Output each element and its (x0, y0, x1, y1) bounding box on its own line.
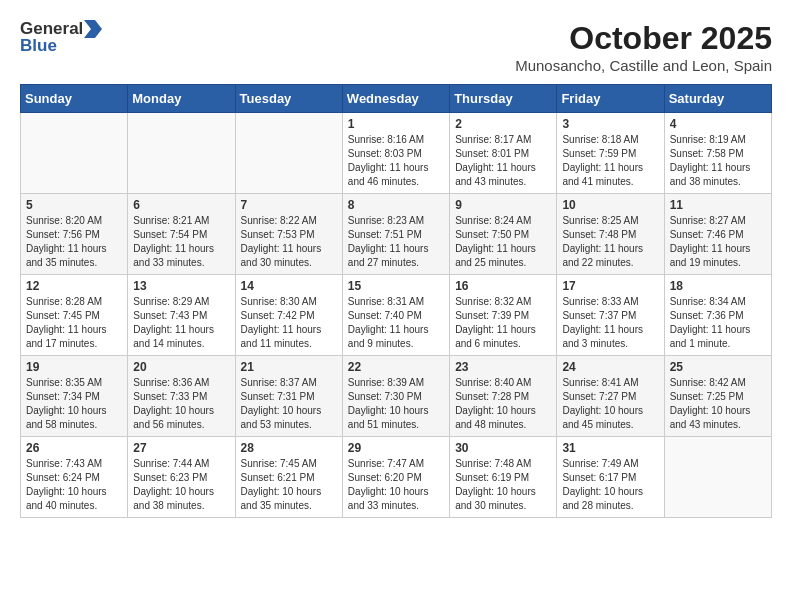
title-block: October 2025 Munosancho, Castille and Le… (515, 20, 772, 74)
table-row: 28Sunrise: 7:45 AM Sunset: 6:21 PM Dayli… (235, 437, 342, 518)
calendar-week-row: 5Sunrise: 8:20 AM Sunset: 7:56 PM Daylig… (21, 194, 772, 275)
day-number: 25 (670, 360, 766, 374)
day-number: 24 (562, 360, 658, 374)
day-info: Sunrise: 7:48 AM Sunset: 6:19 PM Dayligh… (455, 457, 551, 513)
day-number: 16 (455, 279, 551, 293)
day-info: Sunrise: 8:30 AM Sunset: 7:42 PM Dayligh… (241, 295, 337, 351)
table-row: 4Sunrise: 8:19 AM Sunset: 7:58 PM Daylig… (664, 113, 771, 194)
day-info: Sunrise: 8:41 AM Sunset: 7:27 PM Dayligh… (562, 376, 658, 432)
table-row: 2Sunrise: 8:17 AM Sunset: 8:01 PM Daylig… (450, 113, 557, 194)
day-number: 22 (348, 360, 444, 374)
day-info: Sunrise: 8:16 AM Sunset: 8:03 PM Dayligh… (348, 133, 444, 189)
day-number: 26 (26, 441, 122, 455)
day-number: 6 (133, 198, 229, 212)
day-number: 17 (562, 279, 658, 293)
day-info: Sunrise: 8:39 AM Sunset: 7:30 PM Dayligh… (348, 376, 444, 432)
logo-arrow-icon (84, 20, 102, 38)
day-info: Sunrise: 8:19 AM Sunset: 7:58 PM Dayligh… (670, 133, 766, 189)
day-info: Sunrise: 8:24 AM Sunset: 7:50 PM Dayligh… (455, 214, 551, 270)
day-info: Sunrise: 8:23 AM Sunset: 7:51 PM Dayligh… (348, 214, 444, 270)
day-number: 18 (670, 279, 766, 293)
table-row: 10Sunrise: 8:25 AM Sunset: 7:48 PM Dayli… (557, 194, 664, 275)
day-info: Sunrise: 8:34 AM Sunset: 7:36 PM Dayligh… (670, 295, 766, 351)
calendar-week-row: 1Sunrise: 8:16 AM Sunset: 8:03 PM Daylig… (21, 113, 772, 194)
table-row: 25Sunrise: 8:42 AM Sunset: 7:25 PM Dayli… (664, 356, 771, 437)
day-number: 19 (26, 360, 122, 374)
day-info: Sunrise: 7:47 AM Sunset: 6:20 PM Dayligh… (348, 457, 444, 513)
table-row: 16Sunrise: 8:32 AM Sunset: 7:39 PM Dayli… (450, 275, 557, 356)
table-row: 3Sunrise: 8:18 AM Sunset: 7:59 PM Daylig… (557, 113, 664, 194)
svg-marker-0 (84, 20, 102, 38)
day-number: 3 (562, 117, 658, 131)
table-row: 5Sunrise: 8:20 AM Sunset: 7:56 PM Daylig… (21, 194, 128, 275)
logo: General Blue (20, 20, 103, 55)
day-number: 12 (26, 279, 122, 293)
table-row: 1Sunrise: 8:16 AM Sunset: 8:03 PM Daylig… (342, 113, 449, 194)
col-friday: Friday (557, 85, 664, 113)
table-row: 7Sunrise: 8:22 AM Sunset: 7:53 PM Daylig… (235, 194, 342, 275)
day-info: Sunrise: 7:45 AM Sunset: 6:21 PM Dayligh… (241, 457, 337, 513)
day-info: Sunrise: 8:31 AM Sunset: 7:40 PM Dayligh… (348, 295, 444, 351)
day-info: Sunrise: 8:22 AM Sunset: 7:53 PM Dayligh… (241, 214, 337, 270)
day-info: Sunrise: 8:29 AM Sunset: 7:43 PM Dayligh… (133, 295, 229, 351)
day-number: 21 (241, 360, 337, 374)
day-number: 1 (348, 117, 444, 131)
calendar-week-row: 19Sunrise: 8:35 AM Sunset: 7:34 PM Dayli… (21, 356, 772, 437)
day-number: 23 (455, 360, 551, 374)
day-number: 8 (348, 198, 444, 212)
day-number: 29 (348, 441, 444, 455)
col-wednesday: Wednesday (342, 85, 449, 113)
day-number: 30 (455, 441, 551, 455)
table-row: 14Sunrise: 8:30 AM Sunset: 7:42 PM Dayli… (235, 275, 342, 356)
table-row (21, 113, 128, 194)
table-row: 30Sunrise: 7:48 AM Sunset: 6:19 PM Dayli… (450, 437, 557, 518)
table-row: 22Sunrise: 8:39 AM Sunset: 7:30 PM Dayli… (342, 356, 449, 437)
table-row: 31Sunrise: 7:49 AM Sunset: 6:17 PM Dayli… (557, 437, 664, 518)
day-info: Sunrise: 8:33 AM Sunset: 7:37 PM Dayligh… (562, 295, 658, 351)
col-thursday: Thursday (450, 85, 557, 113)
col-saturday: Saturday (664, 85, 771, 113)
day-info: Sunrise: 8:37 AM Sunset: 7:31 PM Dayligh… (241, 376, 337, 432)
table-row (128, 113, 235, 194)
day-info: Sunrise: 7:49 AM Sunset: 6:17 PM Dayligh… (562, 457, 658, 513)
table-row: 23Sunrise: 8:40 AM Sunset: 7:28 PM Dayli… (450, 356, 557, 437)
table-row: 21Sunrise: 8:37 AM Sunset: 7:31 PM Dayli… (235, 356, 342, 437)
day-info: Sunrise: 8:40 AM Sunset: 7:28 PM Dayligh… (455, 376, 551, 432)
day-number: 13 (133, 279, 229, 293)
day-info: Sunrise: 8:32 AM Sunset: 7:39 PM Dayligh… (455, 295, 551, 351)
table-row: 17Sunrise: 8:33 AM Sunset: 7:37 PM Dayli… (557, 275, 664, 356)
table-row: 12Sunrise: 8:28 AM Sunset: 7:45 PM Dayli… (21, 275, 128, 356)
col-tuesday: Tuesday (235, 85, 342, 113)
day-info: Sunrise: 8:20 AM Sunset: 7:56 PM Dayligh… (26, 214, 122, 270)
day-info: Sunrise: 7:43 AM Sunset: 6:24 PM Dayligh… (26, 457, 122, 513)
day-info: Sunrise: 8:28 AM Sunset: 7:45 PM Dayligh… (26, 295, 122, 351)
day-info: Sunrise: 8:35 AM Sunset: 7:34 PM Dayligh… (26, 376, 122, 432)
day-info: Sunrise: 8:18 AM Sunset: 7:59 PM Dayligh… (562, 133, 658, 189)
day-number: 11 (670, 198, 766, 212)
table-row: 24Sunrise: 8:41 AM Sunset: 7:27 PM Dayli… (557, 356, 664, 437)
day-number: 2 (455, 117, 551, 131)
day-number: 4 (670, 117, 766, 131)
day-number: 27 (133, 441, 229, 455)
day-info: Sunrise: 7:44 AM Sunset: 6:23 PM Dayligh… (133, 457, 229, 513)
calendar-week-row: 26Sunrise: 7:43 AM Sunset: 6:24 PM Dayli… (21, 437, 772, 518)
table-row: 15Sunrise: 8:31 AM Sunset: 7:40 PM Dayli… (342, 275, 449, 356)
page-title: October 2025 (515, 20, 772, 57)
table-row (664, 437, 771, 518)
day-number: 7 (241, 198, 337, 212)
table-row: 20Sunrise: 8:36 AM Sunset: 7:33 PM Dayli… (128, 356, 235, 437)
col-monday: Monday (128, 85, 235, 113)
day-number: 10 (562, 198, 658, 212)
day-info: Sunrise: 8:25 AM Sunset: 7:48 PM Dayligh… (562, 214, 658, 270)
day-number: 14 (241, 279, 337, 293)
page-subtitle: Munosancho, Castille and Leon, Spain (515, 57, 772, 74)
table-row: 26Sunrise: 7:43 AM Sunset: 6:24 PM Dayli… (21, 437, 128, 518)
col-sunday: Sunday (21, 85, 128, 113)
day-info: Sunrise: 8:42 AM Sunset: 7:25 PM Dayligh… (670, 376, 766, 432)
day-info: Sunrise: 8:36 AM Sunset: 7:33 PM Dayligh… (133, 376, 229, 432)
calendar-header-row: Sunday Monday Tuesday Wednesday Thursday… (21, 85, 772, 113)
day-number: 9 (455, 198, 551, 212)
table-row: 18Sunrise: 8:34 AM Sunset: 7:36 PM Dayli… (664, 275, 771, 356)
logo-blue: Blue (20, 37, 103, 56)
table-row: 8Sunrise: 8:23 AM Sunset: 7:51 PM Daylig… (342, 194, 449, 275)
